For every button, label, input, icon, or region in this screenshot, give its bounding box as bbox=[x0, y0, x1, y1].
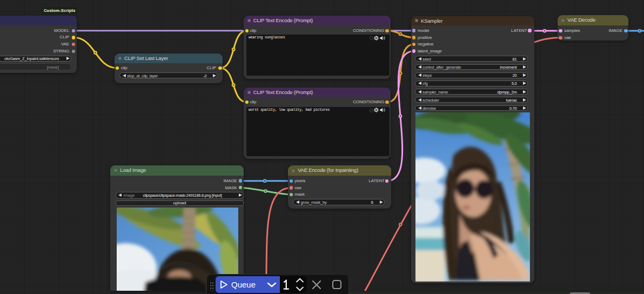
svg-text:Queue: Queue bbox=[231, 280, 256, 289]
